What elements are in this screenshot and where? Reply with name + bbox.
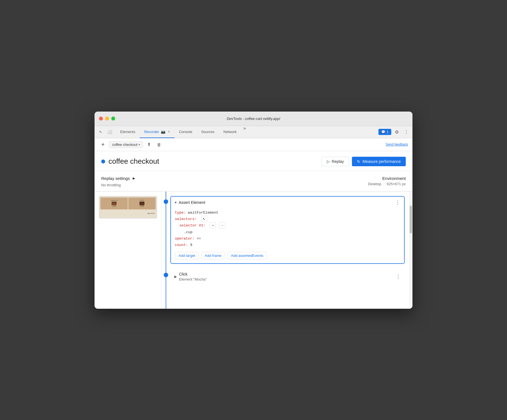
scrollbar-thumb[interactable]: [410, 206, 412, 233]
more-dots-icon: ⋮: [404, 129, 409, 135]
assert-element-card: ▾ Assert Element ⋮ type: waitForElement: [170, 196, 405, 264]
tab-close-recorder[interactable]: ✕: [168, 130, 170, 134]
environment-label: Environment: [368, 176, 406, 181]
traffic-lights: [99, 117, 115, 120]
settings-env-row: Replay settings ▶ No throttling Environm…: [95, 171, 412, 191]
selector-remove-btn[interactable]: −: [219, 222, 225, 228]
tabs-right-actions: 💬 1 ⚙ ⋮: [378, 128, 410, 136]
recorder-icon: 📷: [161, 130, 165, 134]
recording-selector[interactable]: coffee checkout ▾: [109, 141, 143, 148]
recorder-toolbar: + coffee checkout ▾ ⬆ 🗑 Send feedback: [95, 138, 412, 151]
main-recording-area: Cappuccino matchA Mocha matchB Total: 30…: [95, 192, 412, 309]
click-step-header: ▶ Click Element "Mocha" ⋮: [170, 269, 405, 284]
add-recording-btn[interactable]: +: [99, 141, 107, 148]
recording-title-group: coffee checkout: [101, 157, 159, 166]
console-badge-btn[interactable]: 💬 1: [378, 129, 391, 135]
environment-group: Environment Desktop | 625×671 px: [368, 176, 406, 187]
devtools-tab-bar: ↖ ⬜ Elements Recorder 📷 ✕ Console Source…: [95, 126, 412, 138]
code-line-selectors: selectors: ↖: [175, 216, 400, 222]
assert-action-buttons: Add target Add frame Add assertedEvents: [175, 252, 400, 259]
click-step-title: Click: [179, 272, 187, 276]
add-target-btn[interactable]: Add target: [175, 252, 199, 259]
click-toggle-icon[interactable]: ▶: [174, 275, 177, 279]
env-dimensions: 625×671 px: [387, 182, 406, 186]
gear-icon: ⚙: [395, 129, 399, 135]
device-icon-btn[interactable]: ⬜: [106, 128, 114, 136]
thumb-content-grid: Cappuccino matchA Mocha matchB Total: 30…: [99, 196, 157, 218]
delete-btn[interactable]: 🗑: [155, 141, 163, 148]
selector-add-btn[interactable]: +: [210, 222, 216, 228]
thumbnail-panel: Cappuccino matchA Mocha matchB Total: 30…: [95, 192, 161, 309]
code-selectors-key: selectors:: [175, 217, 197, 221]
code-type-key: type:: [175, 211, 186, 215]
code-line-count: count: 9: [175, 242, 400, 248]
plus-icon: +: [101, 141, 105, 148]
screenshot-thumbnail: Cappuccino matchA Mocha matchB Total: 30…: [99, 196, 157, 218]
click-title-group: Click Element "Mocha": [179, 272, 207, 282]
throttling-label: No throttling: [101, 183, 135, 187]
code-operator-val: ==: [197, 236, 201, 241]
tab-network[interactable]: Network: [219, 126, 241, 138]
replay-settings-header[interactable]: Replay settings ▶: [101, 176, 135, 181]
selector-pick-btn[interactable]: ↖: [201, 216, 207, 222]
assert-element-step: ▾ Assert Element ⋮ type: waitForElement: [170, 196, 405, 264]
code-type-val: waitForElement: [188, 211, 218, 215]
recording-status-dot: [101, 160, 105, 163]
code-cup-val: .cup: [184, 230, 192, 234]
title-bar: DevTools - coffee-cart.netlify.app/: [95, 112, 412, 126]
header-actions: ▷ Replay ↻ Measure performance: [322, 157, 406, 166]
click-header-left: ▶ Click Element "Mocha": [174, 272, 207, 282]
delete-icon: 🗑: [157, 142, 161, 147]
code-line-type: type: waitForElement: [175, 209, 400, 216]
dropdown-arrow-icon: ▾: [139, 143, 140, 146]
replay-btn[interactable]: ▷ Replay: [322, 157, 349, 166]
toolbar-icons: ↖ ⬜: [97, 128, 114, 136]
click-step: ▶ Click Element "Mocha" ⋮: [170, 269, 405, 284]
assert-toggle-icon[interactable]: ▾: [175, 201, 177, 204]
device-icon: ⬜: [107, 130, 112, 134]
cursor-icon-btn[interactable]: ↖: [97, 128, 105, 136]
minimize-button[interactable]: [105, 117, 109, 120]
tab-recorder[interactable]: Recorder 📷 ✕: [140, 126, 174, 138]
env-separator: |: [383, 182, 384, 186]
code-selector1-key: selector #1:: [179, 223, 206, 228]
tab-console[interactable]: Console: [175, 126, 197, 138]
export-btn[interactable]: ⬆: [145, 141, 153, 148]
code-count-key: count:: [175, 243, 188, 247]
code-operator-key: operator:: [175, 236, 194, 241]
settings-icon-btn[interactable]: ⚙: [393, 128, 401, 136]
device-type: Desktop: [368, 182, 382, 186]
add-frame-btn[interactable]: Add frame: [201, 252, 225, 259]
settings-chevron-icon: ▶: [133, 177, 135, 180]
code-line-cup: .cup: [184, 229, 400, 235]
tab-sources[interactable]: Sources: [197, 126, 219, 138]
code-line-operator: operator: ==: [175, 235, 400, 242]
close-button[interactable]: [99, 117, 103, 120]
steps-panel: ▾ Assert Element ⋮ type: waitForElement: [161, 192, 412, 309]
assert-more-btn[interactable]: ⋮: [395, 199, 400, 206]
measure-label: Measure performance: [363, 159, 401, 164]
recorder-header: coffee checkout ▷ Replay ↻ Measure perfo…: [95, 151, 412, 171]
more-options-btn[interactable]: ⋮: [402, 128, 410, 136]
console-icon: 💬: [381, 130, 385, 134]
settings-env-section: Replay settings ▶ No throttling Environm…: [95, 171, 412, 192]
cursor-icon: ↖: [99, 130, 102, 134]
click-more-btn[interactable]: ⋮: [396, 274, 401, 280]
tab-more-btn[interactable]: »: [241, 126, 248, 138]
measure-performance-btn[interactable]: ↻ Measure performance: [352, 157, 406, 166]
add-asserted-events-btn[interactable]: Add assertedEvents: [227, 252, 267, 259]
assert-element-body: type: waitForElement selectors: ↖ select…: [171, 208, 404, 263]
thumb-item-1: Cappuccino matchA: [100, 197, 128, 209]
tab-elements[interactable]: Elements: [116, 126, 140, 138]
replay-label: Replay: [332, 159, 344, 164]
measure-icon: ↻: [357, 159, 360, 164]
scrollbar-track[interactable]: [409, 192, 412, 309]
thumb-item-2: Mocha matchB: [128, 197, 156, 209]
maximize-button[interactable]: [111, 117, 115, 120]
click-step-card: ▶ Click Element "Mocha" ⋮: [170, 269, 405, 284]
replay-settings-group: Replay settings ▶ No throttling: [101, 176, 135, 187]
send-feedback-btn[interactable]: Send feedback: [386, 143, 408, 146]
window-title: DevTools - coffee-cart.netlify.app/: [227, 117, 280, 121]
assert-element-header: ▾ Assert Element ⋮: [171, 197, 404, 208]
badge-count: 1: [387, 130, 388, 134]
